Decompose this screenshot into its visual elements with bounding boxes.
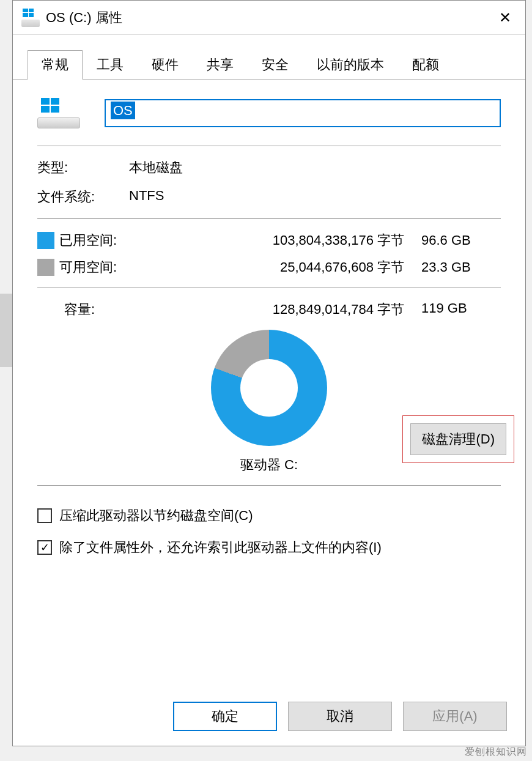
usage-chart-area: 驱动器 C: 磁盘清理(D) [37,330,501,474]
free-space-gb: 23.3 GB [421,259,501,275]
used-space-label: 已用空间: [59,231,151,250]
tab-previous-versions[interactable]: 以前的版本 [303,50,398,80]
tab-hardware[interactable]: 硬件 [138,50,193,80]
tab-general[interactable]: 常规 [28,50,83,80]
filesystem-value: NTFS [129,188,501,206]
drive-large-icon [37,98,80,128]
compress-checkbox[interactable] [37,508,52,523]
drive-name-input[interactable]: OS [105,99,501,127]
options-area: 压缩此驱动器以节约磁盘空间(C) ✓ 除了文件属性外，还允许索引此驱动器上文件的… [37,507,501,557]
divider [37,288,501,288]
index-option[interactable]: ✓ 除了文件属性外，还允许索引此驱动器上文件的内容(I) [37,538,501,557]
usage-donut-chart [211,330,327,446]
compress-option[interactable]: 压缩此驱动器以节约磁盘空间(C) [37,507,501,525]
ok-button[interactable]: 确定 [173,702,277,731]
chart-drive-label: 驱动器 C: [240,456,298,474]
watermark-text: 爱刨根知识网 [465,746,527,759]
cancel-button[interactable]: 取消 [288,702,392,731]
capacity-row: 容量: 128,849,014,784 字节 119 GB [37,300,501,319]
close-button[interactable]: ✕ [490,6,520,30]
type-value: 本地磁盘 [129,158,501,177]
capacity-bytes: 128,849,014,784 字节 [151,300,421,319]
used-space-gb: 96.6 GB [421,232,501,248]
drive-name-value: OS [111,102,135,119]
filesystem-label: 文件系统: [37,188,129,206]
titlebar: OS (C:) 属性 ✕ [13,1,525,35]
free-space-bytes: 25,044,676,608 字节 [151,258,421,277]
tab-tools[interactable]: 工具 [83,50,138,80]
tab-sharing[interactable]: 共享 [193,50,248,80]
tab-security[interactable]: 安全 [248,50,303,80]
drive-name-row: OS [37,98,501,128]
index-checkbox[interactable]: ✓ [37,540,52,555]
apply-button[interactable]: 应用(A) [403,702,507,731]
cleanup-highlight-box: 磁盘清理(D) [402,415,514,463]
background-sliver [0,294,12,367]
capacity-gb: 119 GB [421,300,501,319]
divider [37,218,501,219]
capacity-label: 容量: [37,300,151,319]
compress-label: 压缩此驱动器以节约磁盘空间(C) [59,507,253,525]
free-swatch-icon [37,259,54,276]
used-space-bytes: 103,804,338,176 字节 [151,231,421,250]
space-usage: 已用空间: 103,804,338,176 字节 96.6 GB 可用空间: 2… [37,231,501,277]
free-space-label: 可用空间: [59,258,151,277]
type-label: 类型: [37,158,129,177]
dialog-footer: 确定 取消 应用(A) [13,702,525,746]
index-label: 除了文件属性外，还允许索引此驱动器上文件的内容(I) [59,538,382,557]
divider [37,485,501,486]
disk-cleanup-button[interactable]: 磁盘清理(D) [410,423,506,455]
tab-content: OS 类型: 本地磁盘 文件系统: NTFS 已用空间: 103,804,338… [13,80,525,702]
window-title: OS (C:) 属性 [46,9,490,27]
tab-strip: 常规 工具 硬件 共享 安全 以前的版本 配额 [13,35,525,80]
close-icon: ✕ [499,9,511,26]
properties-dialog: OS (C:) 属性 ✕ 常规 工具 硬件 共享 安全 以前的版本 配额 OS … [12,0,526,746]
drive-icon [21,9,40,27]
divider [37,146,501,146]
tab-quota[interactable]: 配额 [398,50,453,80]
drive-info: 类型: 本地磁盘 文件系统: NTFS [37,158,501,206]
used-swatch-icon [37,232,54,249]
